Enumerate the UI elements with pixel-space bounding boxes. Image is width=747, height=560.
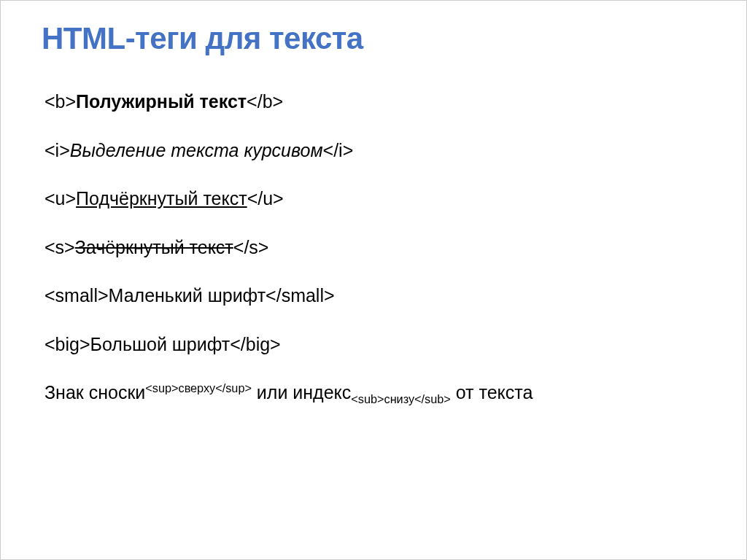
sub-close-tag: </sub>	[414, 392, 451, 405]
strike-close-tag: </s>	[233, 237, 269, 257]
example-small: <small>Маленький шрифт</small>	[44, 284, 705, 308]
big-demo-text: Большой шрифт	[90, 334, 231, 354]
small-close-tag: </small>	[266, 285, 334, 306]
small-open-tag: <small>	[44, 285, 109, 306]
sup-open-tag: <sup>	[145, 381, 178, 394]
strike-open-tag: <s>	[44, 237, 75, 257]
underline-open-tag: <u>	[44, 188, 76, 209]
slide-container: HTML-теги для текста <b>Полужирный текст…	[0, 0, 747, 560]
example-supsub: Знак сноски<sup>сверху</sup> или индекс<…	[44, 381, 705, 407]
strike-demo-text: Зачёркнутый текст	[75, 237, 233, 257]
bold-close-tag: </b>	[247, 91, 283, 112]
italic-close-tag: </i>	[323, 140, 354, 160]
example-italic: <i>Выделение текста курсивом</i>	[44, 139, 705, 163]
big-open-tag: <big>	[44, 334, 90, 354]
small-demo-text: Маленький шрифт	[109, 285, 266, 306]
big-close-tag: </big>	[230, 334, 281, 354]
sup-close-tag: </sup>	[215, 381, 252, 394]
example-big: <big>Большой шрифт</big>	[44, 332, 705, 357]
bold-demo-text: Полужирный текст	[76, 91, 247, 112]
supsub-suffix: от текста	[451, 382, 533, 402]
example-strike: <s>Зачёркнутый текст</s>	[44, 236, 705, 260]
underline-demo-text: Подчёркнутый текст	[76, 188, 247, 209]
sup-demo-text: сверху	[179, 381, 216, 394]
bold-open-tag: <b>	[44, 91, 76, 112]
supsub-middle: или индекс	[252, 382, 351, 402]
underline-close-tag: </u>	[247, 188, 284, 209]
sub-demo-text: снизу	[384, 392, 415, 405]
slide-content: <b>Полужирный текст</b> <i>Выделение тек…	[42, 90, 705, 407]
example-bold: <b>Полужирный текст</b>	[44, 90, 705, 114]
sub-open-tag: <sub>	[351, 392, 384, 405]
italic-open-tag: <i>	[44, 140, 70, 160]
italic-demo-text: Выделение текста курсивом	[70, 140, 323, 160]
example-underline: <u>Подчёркнутый текст</u>	[44, 187, 705, 211]
supsub-prefix: Знак сноски	[44, 382, 145, 402]
slide-title: HTML-теги для текста	[42, 21, 705, 56]
